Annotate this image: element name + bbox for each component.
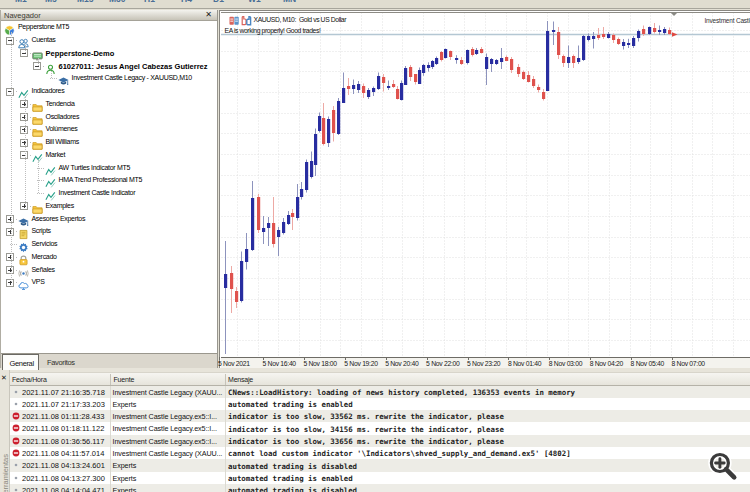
candle-body	[527, 75, 530, 82]
timeframe-button-h4[interactable]: H4	[181, 0, 192, 4]
journal-time: 2021.11.08 01:36:56.117	[22, 437, 104, 446]
journal-column-fecha-hora[interactable]: Fecha/Hora	[12, 376, 47, 383]
toolbox-side-label: Herramientas	[1, 454, 10, 492]
tree-item-servicios[interactable]: Servicios	[1, 238, 217, 251]
journal-message: automated trading is disabled	[228, 486, 357, 492]
tree-item-label[interactable]: AW Turtles Indicator MT5	[59, 164, 131, 171]
tree-item-bill-williams[interactable]: Bill Williams	[1, 136, 217, 149]
journal-message: automated trading is enabled	[228, 474, 353, 483]
chart-type-icon	[242, 16, 250, 24]
tree-item-label[interactable]: Pepperstone MT5	[18, 23, 69, 30]
journal-row[interactable]: 2021.11.08 01:36:56.117Investment Castle…	[10, 435, 750, 447]
tree-connector	[50, 78, 57, 79]
journal-row[interactable]: 2021.11.08 04:13:24.601Expertsautomated …	[10, 459, 750, 471]
timeframe-button-m5[interactable]: M5	[45, 0, 57, 4]
time-axis-label: 5 Nov 23:20	[467, 360, 500, 367]
tree-item-label[interactable]: Osciladores	[46, 113, 80, 120]
tree-item-aw-turtles-indicator-mt5[interactable]: AW Turtles Indicator MT5	[1, 162, 217, 175]
chart-plot-area[interactable]: XAUUSD, M10: Gold vs US Dollar EA is wor…	[221, 12, 750, 357]
timeframe-button-m1[interactable]: M1	[15, 0, 27, 4]
tree-item-label[interactable]: Pepperstone-Demo	[46, 49, 115, 58]
candle-body	[485, 57, 488, 69]
time-axis-tick	[631, 357, 632, 361]
tree-item-label[interactable]: Examples	[46, 202, 74, 209]
tree-item-label[interactable]: 61027011: Jesus Angel Cabezas Gutierrez	[59, 62, 208, 71]
tree-item-61027011-jesus-angel-cabezas[interactable]: 61027011: Jesus Angel Cabezas Gutierrez	[1, 60, 217, 73]
candle-body	[622, 42, 625, 46]
tree-item-label[interactable]: Servicios	[32, 240, 58, 247]
journal-row[interactable]: 2021.11.08 04:14:04.471Expertsautomated …	[10, 484, 750, 492]
tree-guide-line	[38, 160, 39, 193]
tree-item-cuentas[interactable]: Cuentas	[1, 34, 217, 47]
candle-body	[392, 84, 395, 87]
tree-item-vps[interactable]: VPS	[1, 276, 217, 289]
journal-column-mensaje[interactable]: Mensaje	[228, 376, 253, 383]
tree-item-investment-castle-indicator[interactable]: Investment Castle Indicator	[1, 187, 217, 200]
timeframe-button-m30[interactable]: M30	[109, 0, 126, 4]
tree-item-label[interactable]: Tendencia	[46, 100, 75, 107]
tree-item-pepperstone-mt5[interactable]: Pepperstone MT5	[1, 21, 217, 34]
journal-row[interactable]: 2021.11.08 04:13:27.300Expertsautomated …	[10, 472, 750, 484]
tree-item-hma-trend-professional-mt5[interactable]: HMA Trend Professional MT5	[1, 174, 217, 187]
tree-item-label[interactable]: Investment Castle Legacy - XAUUSD,M10	[72, 74, 192, 81]
tree-item-label[interactable]: Investment Castle Indicator	[59, 189, 136, 196]
tree-item-asesores-expertos[interactable]: Asesores Expertos	[1, 213, 217, 226]
tree-connector	[16, 40, 17, 41]
tree-item-label[interactable]: Asesores Expertos	[32, 215, 86, 222]
journal-column-separator[interactable]	[225, 374, 226, 385]
candle-body	[362, 86, 365, 93]
tree-item-label[interactable]: Bill Williams	[46, 138, 79, 145]
journal-row[interactable]: 2021.11.08 01:11:28.433Investment Castle…	[10, 410, 750, 422]
candle-body	[422, 65, 425, 73]
time-axis-label: 8 Nov 07:00	[672, 360, 705, 367]
tree-item-label[interactable]: Señales	[32, 266, 55, 273]
tree-item-se-ales[interactable]: Señales	[1, 264, 217, 277]
tree-item-label[interactable]: Scripts	[32, 227, 51, 234]
tree-item-tendencia[interactable]: Tendencia	[1, 98, 217, 111]
tree-item-mercado[interactable]: Mercado	[1, 251, 217, 264]
toolbox-close-icon[interactable]: ✕	[0, 374, 9, 382]
tree-item-label[interactable]: Mercado	[32, 253, 57, 260]
journal-source: Experts	[113, 400, 137, 409]
tree-item-indicadores[interactable]: Indicadores	[1, 85, 217, 98]
tree-item-label[interactable]: Volúmenes	[46, 125, 78, 132]
journal-column-separator[interactable]	[110, 374, 111, 385]
journal-column-fuente[interactable]: Fuente	[114, 376, 135, 383]
journal-time: 2021.11.08 01:11:28.433	[22, 412, 104, 421]
journal-row[interactable]: 2021.11.08 04:11:57.014Investment Castle…	[10, 447, 750, 459]
journal-row[interactable]: 2021.11.07 21:17:33.203Expertsautomated …	[10, 398, 750, 410]
tree-item-label[interactable]: Cuentas	[32, 36, 56, 43]
journal-time: 2021.11.08 04:11:57.014	[22, 449, 104, 458]
error-icon	[12, 412, 20, 420]
candle-body	[552, 30, 555, 32]
tree-item-osciladores[interactable]: Osciladores	[1, 111, 217, 124]
candle-body	[537, 87, 540, 90]
timeframe-button-d1[interactable]: D1	[213, 0, 224, 4]
timeframe-button-h1[interactable]: H1	[144, 0, 155, 4]
tree-item-market[interactable]: Market	[1, 149, 217, 162]
timeframe-button-m15[interactable]: M15	[77, 0, 94, 4]
tree-item-label[interactable]: VPS	[32, 278, 45, 285]
info-dot-icon	[12, 474, 20, 482]
zoom-magnifier-icon[interactable]	[699, 438, 745, 484]
tree-item-label[interactable]: Indicadores	[32, 87, 65, 94]
tree-item-investment-castle-legacy-xau[interactable]: Investment Castle Legacy - XAUUSD,M10	[1, 72, 217, 85]
journal-row[interactable]: 2021.11.08 01:18:11.122Investment Castle…	[10, 422, 750, 434]
timeframe-button-mn[interactable]: MN	[283, 0, 296, 4]
navigator-tab-general[interactable]: General	[2, 354, 39, 370]
time-axis-label: 5 Nov 19:20	[344, 360, 377, 367]
time-axis[interactable]: 5 Nov 20215 Nov 16:405 Nov 18:005 Nov 19…	[221, 357, 750, 369]
journal-message: cannot load custom indicator '\Indicator…	[228, 449, 571, 458]
tree-item-vol-menes[interactable]: Volúmenes	[1, 123, 217, 136]
tree-item-examples[interactable]: Examples	[1, 200, 217, 213]
candle-body	[440, 52, 443, 60]
journal-row[interactable]: 2021.11.07 21:16:35.718Investment Castle…	[10, 386, 750, 398]
tree-item-label[interactable]: Market	[46, 151, 66, 158]
tree-item-pepperstone-demo[interactable]: Pepperstone-Demo	[1, 47, 217, 60]
tree-connector	[30, 206, 31, 207]
timeframe-button-w1[interactable]: W1	[248, 0, 261, 4]
navigator-close-icon[interactable]: ✕	[204, 10, 213, 20]
tree-item-label[interactable]: HMA Trend Professional MT5	[59, 176, 143, 183]
tree-guide-line	[11, 32, 12, 282]
tree-item-scripts[interactable]: Scripts	[1, 225, 217, 238]
